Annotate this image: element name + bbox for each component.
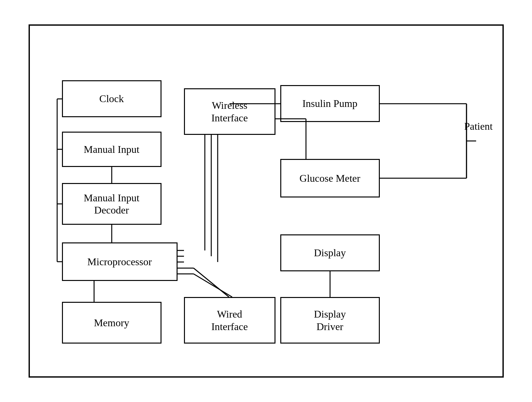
wired-interface-block: WiredInterface <box>184 297 275 344</box>
wired-interface-label: WiredInterface <box>211 308 248 333</box>
insulin-pump-block: Insulin Pump <box>280 85 380 122</box>
microprocessor-block: Microprocessor <box>62 242 178 281</box>
display-driver-block: DisplayDriver <box>280 297 380 344</box>
manual-input-block: Manual Input <box>62 132 161 167</box>
wireless-interface-block: WirelessInterface <box>184 88 275 135</box>
manual-input-decoder-block: Manual InputDecoder <box>62 183 161 225</box>
svg-line-16 <box>194 268 229 297</box>
display-label: Display <box>314 247 346 259</box>
patient-label: Patient <box>464 120 493 132</box>
display-driver-label: DisplayDriver <box>314 308 346 333</box>
wireless-interface-label: WirelessInterface <box>211 99 248 124</box>
manual-input-decoder-label: Manual InputDecoder <box>84 192 139 216</box>
manual-input-label: Manual Input <box>84 143 139 155</box>
memory-label: Memory <box>94 317 129 329</box>
glucose-meter-label: Glucose Meter <box>300 172 360 184</box>
insulin-pump-label: Insulin Pump <box>302 97 358 109</box>
microprocessor-label: Microprocessor <box>87 256 152 268</box>
glucose-meter-block: Glucose Meter <box>280 159 380 197</box>
clock-block: Clock <box>62 80 161 117</box>
clock-label: Clock <box>99 92 124 105</box>
diagram-container: Clock Manual Input Manual InputDecoder M… <box>29 24 504 378</box>
memory-block: Memory <box>62 302 161 344</box>
svg-line-17 <box>194 274 232 297</box>
display-block: Display <box>280 234 380 271</box>
